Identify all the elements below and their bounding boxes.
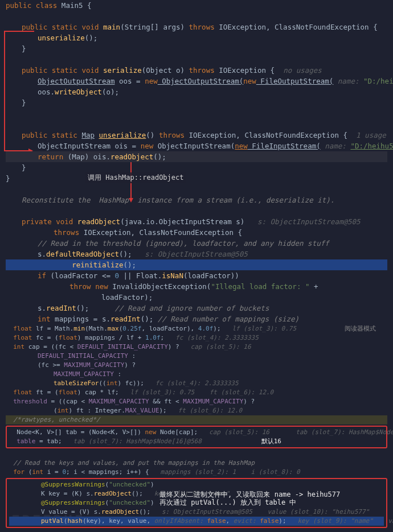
keyword: class <box>36 1 58 10</box>
blank-line <box>6 449 387 459</box>
code-line[interactable]: s.readInt(); // Read and ignore number o… <box>6 303 387 314</box>
code-line[interactable]: throws IOException, ClassNotFoundExcepti… <box>6 227 387 238</box>
code-line[interactable]: loadFactor); <box>6 292 387 303</box>
method-name: main <box>103 23 120 31</box>
highlight-box-1: Node<K, V>[] tab = (Node<K, V>[]) new No… <box>6 426 387 448</box>
execution-line[interactable]: putVal(hash(key), key, value, onlyIfAbse… <box>9 517 384 526</box>
reader-mode-label[interactable]: 阅读器模式 <box>345 323 376 334</box>
code-line[interactable]: float ft = (float) cap * lf; lf (slot_3)… <box>6 388 387 397</box>
code-line[interactable]: threshold = ((cap < MAXIMUM_CAPACITY && … <box>6 397 387 406</box>
code-line[interactable]: } <box>6 173 387 184</box>
blank-line <box>6 205 387 216</box>
code-line[interactable]: float lf = Math.min(Math.max(0.25f, load… <box>6 324 387 333</box>
code-line[interactable]: public static void serialize(Object o) t… <box>6 65 387 76</box>
code-line[interactable]: for (int i = 0; i < mappings; i++) { map… <box>6 468 387 477</box>
code-line[interactable]: private void readObject(java.io.ObjectIn… <box>6 216 387 227</box>
code-line[interactable]: s.defaultReadObject(); s: ObjectInputStr… <box>6 249 387 259</box>
code-line[interactable]: public static void main(String[] args) t… <box>6 22 387 32</box>
keyword: public <box>6 1 31 10</box>
code-line[interactable]: throw new InvalidObjectException("Illega… <box>6 281 387 292</box>
blank-line <box>6 108 387 119</box>
blank-line <box>6 11 387 22</box>
execution-line[interactable]: reinitialize(); <box>6 259 387 270</box>
highlighted-line[interactable]: return (Map) ois.readObject(); <box>6 151 387 162</box>
usage-hint: 1 usage <box>347 131 386 139</box>
code-line[interactable]: (fc >= MAXIMUM_CAPACITY) ? <box>6 361 387 370</box>
comment-line: // Read in the threshold (ignored), load… <box>6 238 387 249</box>
code-line[interactable]: tableSizeFor((int) fc)); fc (slot_4): 2.… <box>6 379 387 388</box>
code-line[interactable]: @SuppressWarnings("unchecked") <box>9 480 384 489</box>
code-editor[interactable]: public class Main5 { public static void … <box>0 0 393 528</box>
code-line[interactable]: ObjectInputStream ois = new ObjectInputS… <box>6 141 387 151</box>
method-call: unserialize <box>38 34 85 42</box>
comment-line: Reconstitute the HashMap instance from a… <box>6 195 387 205</box>
code-line[interactable]: public class Main5 { <box>6 0 387 11</box>
blank-line <box>6 184 387 195</box>
code-line[interactable]: int cap = ((fc < DEFAULT_INITIAL_CAPACIT… <box>6 343 387 352</box>
string-literal: "D:/heihu577.ser" <box>363 77 393 85</box>
usage-hint: no usages <box>275 66 322 75</box>
code-line[interactable]: } <box>6 43 387 54</box>
code-line[interactable]: ObjectOutputStream oos = new ObjectOutpu… <box>6 76 387 86</box>
code-line[interactable]: Node<K, V>[] tab = (Node<K, V>[]) new No… <box>9 428 384 437</box>
code-line[interactable]: public static Map unserialize() throws I… <box>6 130 387 141</box>
annotation-label: 调用 HashMap::readObject <box>85 172 186 183</box>
code-line[interactable]: V value = (V) s.readObject(); s: ObjectI… <box>9 508 384 517</box>
code-line[interactable]: unserialize(); <box>6 32 387 43</box>
code-line[interactable]: MAXIMUM_CAPACITY : <box>6 370 387 379</box>
code-line[interactable]: table = tab; tab (slot_7): HashMap$Node[… <box>9 437 384 446</box>
code-line[interactable]: (int) ft : Integer.MAX_VALUE); ft (slot_… <box>6 406 387 415</box>
comment-line: // Read the keys and values, and put the… <box>6 459 387 468</box>
code-line[interactable]: if (loadFactor <= 0 || Float.isNaN(loadF… <box>6 270 387 281</box>
blank-line <box>6 119 387 130</box>
code-line[interactable]: } <box>6 97 387 108</box>
code-line[interactable]: oos.writeObject(o); <box>6 86 387 97</box>
code-line[interactable]: float fc = (float) mappings / lf + 1.0f;… <box>6 333 387 343</box>
class-name: Main5 <box>62 1 83 10</box>
code-line[interactable]: DEFAULT_INITIAL_CAPACITY : <box>6 352 387 361</box>
code-line[interactable]: } <box>6 162 387 173</box>
annotation-default: 默认16 <box>261 437 281 446</box>
code-line[interactable]: int mappings = s.readInt(); // Read numb… <box>6 314 387 324</box>
string-literal: "D:/heihu577.ser" <box>350 142 393 150</box>
annotation-text: 最终又从二进制文件中, 又读取回来 name -> heihu577 再次通过 … <box>159 490 340 506</box>
blank-line <box>6 54 387 65</box>
comment-line: /*rawtypes, unchecked*/ <box>6 415 387 424</box>
